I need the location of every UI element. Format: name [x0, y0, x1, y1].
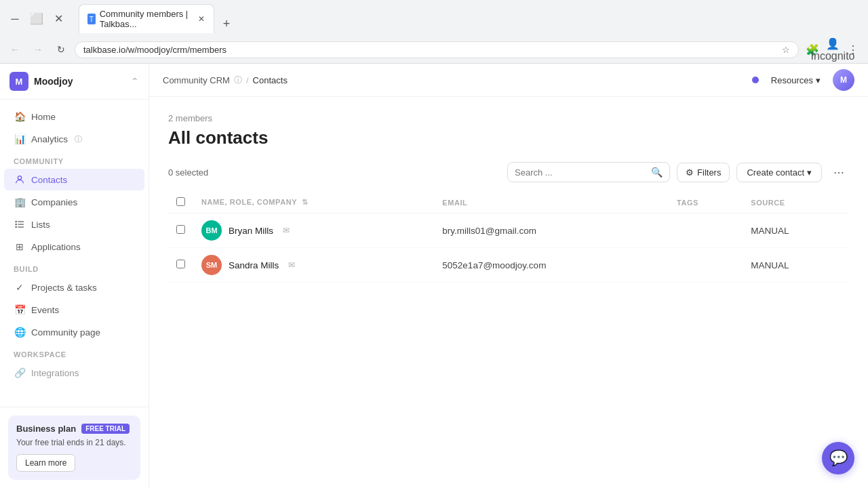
contact-name-cell: BM Bryan Mills ✉ [193, 214, 434, 248]
svg-point-6 [16, 226, 16, 227]
section-label-workspace: WORKSPACE [0, 344, 149, 361]
tab-close-button[interactable]: ✕ [197, 14, 205, 24]
sidebar-item-community-page[interactable]: 🌐 Community page [4, 321, 144, 343]
topbar: Community CRM ⓘ / Contacts Resources ▾ M [149, 64, 868, 97]
maximize-button[interactable]: ⬜ [27, 9, 46, 28]
sidebar-item-integrations[interactable]: 🔗 Integrations [4, 362, 144, 384]
chat-widget-button[interactable]: 💬 [822, 442, 854, 474]
sidebar-item-lists-label: Lists [31, 220, 50, 230]
active-tab[interactable]: T Community members | Talkbas... ✕ [79, 4, 214, 33]
user-avatar[interactable]: M [833, 69, 854, 91]
topbar-right: Resources ▾ M [752, 69, 854, 91]
app-container: M Moodjoy ⌃ 🏠 Home 📊 Analytics ⓘ COMMUNI… [0, 64, 868, 488]
breadcrumb-separator: / [246, 75, 249, 85]
applications-icon: ⊞ [14, 241, 26, 253]
filters-icon: ⚙ [686, 167, 694, 178]
contact-name-cell: SM Sandra Mills ✉ [193, 248, 434, 283]
contacts-table: NAME, ROLE, COMPANY ⇅ EMAIL TAGS SOURCE … [168, 192, 849, 283]
url-icons: ☆ [782, 45, 790, 55]
table-toolbar: 0 selected 🔍 ⚙ Filters Create contact ▾ … [168, 162, 849, 182]
more-options-button[interactable]: ⋯ [829, 162, 849, 182]
breadcrumb-root[interactable]: Community CRM [163, 75, 230, 85]
selected-count: 0 selected [168, 167, 500, 178]
chat-icon: 💬 [829, 449, 848, 467]
contact-tags [669, 214, 743, 248]
col-header-email: EMAIL [434, 192, 669, 214]
sidebar-item-integrations-label: Integrations [31, 368, 79, 378]
resources-button[interactable]: Resources ▾ [766, 73, 826, 88]
sidebar-item-companies[interactable]: 🏢 Companies [4, 191, 144, 213]
business-plan-title-row: Business plan FREE TRIAL [16, 424, 132, 434]
breadcrumb: Community CRM ⓘ / Contacts [163, 75, 747, 86]
page-title: All contacts [168, 127, 849, 148]
analytics-info-icon: ⓘ [75, 134, 82, 144]
contact-email: bry.mills01@gmail.com [434, 214, 669, 248]
svg-point-5 [16, 224, 16, 224]
free-trial-badge: FREE TRIAL [81, 424, 130, 434]
close-window-button[interactable]: ✕ [49, 9, 68, 28]
member-count: 2 members [168, 113, 849, 123]
home-icon: 🏠 [14, 110, 26, 123]
contact-source: MANUAL [743, 214, 849, 248]
sidebar-item-events[interactable]: 📅 Events [4, 299, 144, 321]
contacts-table-body: BM Bryan Mills ✉ bry.mills01@gmail.com M… [168, 214, 849, 283]
main-content: Community CRM ⓘ / Contacts Resources ▾ M… [149, 64, 868, 488]
profile-button[interactable]: 👤 Incognito [823, 40, 842, 59]
sidebar-item-projects-label: Projects & tasks [31, 283, 97, 293]
business-plan-title: Business plan [16, 424, 76, 434]
col-header-tags: TAGS [669, 192, 743, 214]
companies-icon: 🏢 [14, 196, 26, 208]
refresh-button[interactable]: ↻ [52, 40, 71, 59]
contact-avatar: BM [201, 220, 222, 241]
new-tab-button[interactable]: + [217, 14, 236, 33]
row-checkbox[interactable] [168, 214, 193, 248]
sidebar-item-projects[interactable]: ✓ Projects & tasks [4, 277, 144, 298]
contact-avatar: SM [201, 255, 222, 275]
breadcrumb-current: Contacts [253, 75, 288, 85]
contact-email: 5052e1a7@moodjoy.com [434, 248, 669, 283]
row-select-input[interactable] [176, 225, 185, 234]
more-options-button[interactable]: ⋮ [844, 40, 863, 59]
sidebar-item-analytics[interactable]: 📊 Analytics ⓘ [4, 128, 144, 150]
email-icon[interactable]: ✉ [288, 260, 295, 270]
filters-label: Filters [697, 167, 721, 178]
svg-point-0 [18, 176, 21, 180]
table-row: BM Bryan Mills ✉ bry.mills01@gmail.com M… [168, 214, 849, 248]
sidebar-item-applications[interactable]: ⊞ Applications [4, 236, 144, 258]
search-bar[interactable]: 🔍 [507, 162, 670, 182]
row-select-input[interactable] [176, 260, 185, 268]
sidebar-item-community-page-label: Community page [31, 327, 100, 338]
sidebar-item-lists[interactable]: Lists [4, 214, 144, 235]
row-checkbox[interactable] [168, 248, 193, 283]
sidebar-item-events-label: Events [31, 305, 59, 315]
select-all-checkbox[interactable] [168, 192, 193, 214]
create-contact-label: Create contact [747, 167, 804, 178]
contact-name: Bryan Mills [229, 226, 273, 236]
contact-name: Sandra Mills [229, 260, 279, 270]
status-dot [752, 77, 759, 83]
contact-cell: SM Sandra Mills ✉ [201, 255, 426, 275]
select-all-input[interactable] [176, 197, 185, 206]
sidebar-item-home[interactable]: 🏠 Home [4, 106, 144, 127]
table-header-row: NAME, ROLE, COMPANY ⇅ EMAIL TAGS SOURCE [168, 192, 849, 214]
url-bar[interactable]: talkbase.io/w/moodjoy/crm/members ☆ [75, 41, 799, 58]
forward-button[interactable]: → [28, 40, 47, 59]
lists-icon [14, 218, 26, 230]
back-button[interactable]: ← [5, 40, 24, 59]
sidebar-item-contacts[interactable]: Contacts [4, 169, 144, 190]
minimize-button[interactable]: ─ [5, 9, 24, 28]
name-sort-icon[interactable]: ⇅ [302, 198, 309, 206]
resources-label: Resources [771, 75, 813, 85]
col-header-name: NAME, ROLE, COMPANY ⇅ [193, 192, 434, 214]
search-input[interactable] [515, 167, 647, 178]
projects-icon: ✓ [14, 281, 26, 293]
sidebar-expand-icon[interactable]: ⌃ [131, 76, 139, 87]
browser-addressbar: ← → ↻ talkbase.io/w/moodjoy/crm/members … [0, 37, 868, 63]
learn-more-button[interactable]: Learn more [16, 454, 75, 472]
community-page-icon: 🌐 [14, 326, 26, 338]
breadcrumb-info-icon: ⓘ [234, 75, 242, 86]
sidebar-item-applications-label: Applications [31, 242, 81, 252]
filters-button[interactable]: ⚙ Filters [677, 163, 730, 182]
email-icon[interactable]: ✉ [283, 226, 290, 235]
create-contact-button[interactable]: Create contact ▾ [736, 163, 822, 182]
